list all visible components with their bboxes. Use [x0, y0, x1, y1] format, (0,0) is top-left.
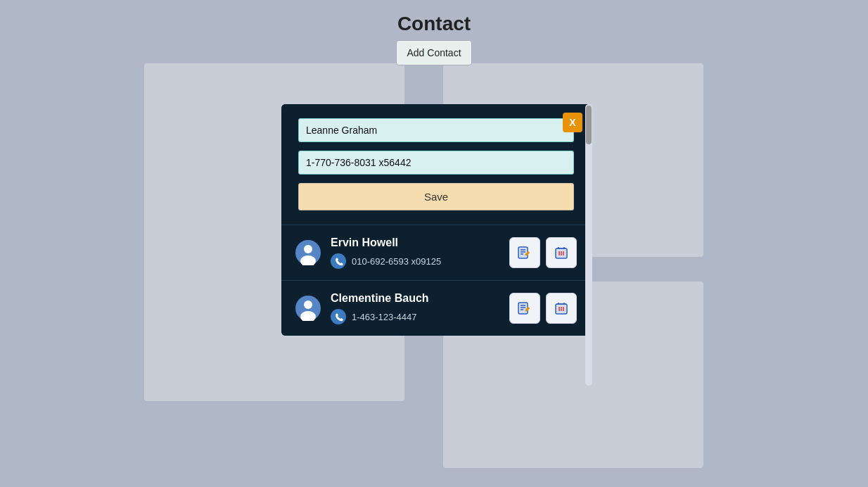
svg-point-18 [304, 301, 312, 309]
contact-modal: X Save Ervin Howell [281, 104, 591, 336]
contact-actions [509, 293, 577, 324]
add-contact-button[interactable]: Add Contact [396, 40, 472, 65]
form-section: X Save [281, 104, 591, 224]
contact-name: Clementine Bauch [331, 292, 499, 305]
delete-button[interactable] [546, 237, 577, 268]
edit-button[interactable] [509, 237, 540, 268]
svg-point-1 [304, 245, 312, 253]
contact-info: Ervin Howell 010-692-6593 x09125 [331, 236, 499, 269]
contact-item: Clementine Bauch 1-463-123-4447 [281, 280, 591, 336]
svg-rect-4 [518, 247, 528, 258]
edit-icon [516, 244, 533, 261]
name-input[interactable] [298, 118, 574, 142]
svg-point-20 [331, 309, 346, 324]
phone-icon [331, 309, 346, 324]
contact-list: Ervin Howell 010-692-6593 x09125 [281, 224, 591, 336]
phone-input[interactable] [298, 151, 574, 175]
contact-info: Clementine Bauch 1-463-123-4447 [331, 292, 499, 324]
person-icon [295, 240, 321, 265]
contact-actions [509, 237, 577, 268]
contact-phone: 1-463-123-4447 [352, 312, 417, 322]
svg-point-3 [331, 253, 346, 269]
delete-icon [553, 244, 570, 261]
save-button[interactable]: Save [298, 183, 574, 210]
contact-phone: 010-692-6593 x09125 [352, 256, 441, 267]
edit-icon [516, 300, 533, 317]
contact-phone-row: 010-692-6593 x09125 [331, 253, 499, 269]
edit-button[interactable] [509, 293, 540, 324]
scrollbar-track[interactable] [585, 104, 592, 386]
contact-phone-row: 1-463-123-4447 [331, 309, 499, 324]
contact-item: Ervin Howell 010-692-6593 x09125 [281, 224, 591, 280]
close-button[interactable]: X [563, 113, 582, 132]
svg-rect-21 [518, 303, 528, 314]
page-title: Contact [0, 13, 868, 35]
delete-button[interactable] [546, 293, 577, 324]
scrollbar-thumb[interactable] [586, 106, 592, 144]
person-icon [295, 296, 321, 321]
phone-icon [331, 253, 346, 269]
delete-icon [553, 300, 570, 317]
contact-name: Ervin Howell [331, 236, 499, 249]
